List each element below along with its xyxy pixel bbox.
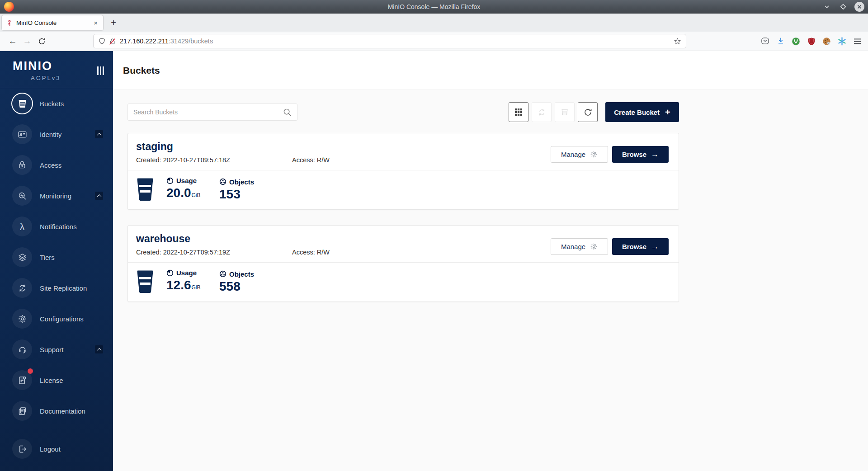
objects-icon	[219, 178, 226, 185]
objects-value: 153	[219, 188, 254, 201]
window-title: MinIO Console — Mozilla Firefox	[0, 3, 868, 10]
sidebar-item-documentation[interactable]: Documentation	[0, 396, 113, 426]
usage-metric: Usage 20.0GiB	[166, 177, 207, 202]
sidebar-item-tiers[interactable]: Tiers	[0, 242, 113, 273]
sidebar-item-buckets[interactable]: Buckets	[0, 88, 113, 119]
browser-tab-minio-console[interactable]: MinIO Console ×	[2, 15, 103, 30]
cookie-icon[interactable]	[822, 37, 831, 46]
search-buckets-box[interactable]	[127, 104, 297, 121]
manage-button[interactable]: Manage	[551, 146, 608, 163]
list-view-toggle-button[interactable]	[509, 102, 528, 122]
sidebar-item-label: License	[40, 377, 63, 384]
url-path: :31429/buckets	[169, 38, 213, 45]
ublock-shield-icon[interactable]	[807, 37, 816, 46]
sidebar-item-configurations[interactable]: Configurations	[0, 303, 113, 334]
replication-arrows-icon	[12, 278, 32, 298]
sidebar-item-label: Notifications	[40, 223, 77, 231]
buckets-icon	[12, 94, 32, 113]
sidebar-item-site-replication[interactable]: Site Replication	[0, 273, 113, 303]
url-host: 217.160.222.211	[120, 38, 169, 45]
sidebar-item-monitoring[interactable]: Monitoring	[0, 180, 113, 211]
minio-logo: MINIO	[13, 59, 52, 73]
usage-value: 12.6GiB	[166, 278, 207, 294]
usage-pie-icon	[166, 269, 174, 277]
browser-navbar: ← → 217.160.222.211:31429/buckets	[0, 32, 868, 51]
tracking-shield-icon[interactable]	[98, 38, 106, 45]
identity-card-icon	[12, 124, 32, 144]
logout-icon	[12, 439, 32, 459]
sidebar-item-identity[interactable]: Identity	[0, 119, 113, 150]
gear-icon	[590, 151, 598, 158]
lambda-icon: λ	[12, 217, 32, 236]
bucket-card-warehouse[interactable]: warehouse Created: 2022-10-27T09:57:19Z …	[127, 225, 679, 302]
tab-title: MinIO Console	[16, 19, 92, 26]
sidebar-item-support[interactable]: Support	[0, 334, 113, 365]
chevron-up-icon[interactable]	[95, 130, 103, 138]
maximize-button[interactable]	[838, 2, 848, 12]
back-button[interactable]: ←	[5, 34, 20, 48]
sidebar-item-license[interactable]: License	[0, 365, 113, 396]
download-icon[interactable]	[776, 37, 785, 46]
bucket-access: Access: R/W	[292, 156, 330, 164]
license-edition-label: AGPLv3	[31, 75, 61, 81]
arrow-right-icon: →	[651, 242, 659, 251]
grid-view-icon	[514, 108, 523, 116]
bucket-created: Created: 2022-10-27T09:57:18Z	[136, 156, 292, 164]
sidebar-collapse-icon[interactable]	[97, 66, 104, 75]
sidebar-item-label: Site Replication	[40, 284, 87, 292]
url-text[interactable]: 217.160.222.211:31429/buckets	[120, 38, 213, 45]
reload-button[interactable]	[34, 34, 49, 48]
sidebar-item-label: Buckets	[40, 100, 64, 108]
tab-close-icon[interactable]: ×	[92, 19, 99, 27]
sidebar-nav: Buckets Identity Access Monitoring	[0, 88, 113, 464]
bucket-card-staging[interactable]: staging Created: 2022-10-27T09:57:18Z Ac…	[127, 133, 679, 210]
page-title: Buckets	[123, 65, 160, 76]
objects-metric: Objects 153	[219, 178, 254, 201]
browser-tabbar: MinIO Console × +	[0, 14, 868, 32]
window-titlebar: MinIO Console — Mozilla Firefox	[0, 0, 868, 14]
search-input[interactable]	[133, 108, 283, 116]
sidebar-item-label: Access	[40, 161, 61, 169]
bookmark-star-icon[interactable]	[674, 38, 681, 45]
plus-icon: +	[665, 107, 670, 118]
page-header: Buckets	[113, 51, 868, 90]
sidebar-item-access[interactable]: Access	[0, 150, 113, 180]
refresh-icon	[584, 108, 592, 117]
firefox-logo-icon	[4, 2, 14, 12]
minimize-button[interactable]	[822, 2, 832, 12]
close-button[interactable]	[854, 2, 864, 12]
documentation-icon	[12, 401, 32, 421]
sidebar-item-logout[interactable]: Logout	[0, 433, 113, 464]
forward-button[interactable]: →	[20, 34, 34, 48]
bucket-icon	[136, 178, 154, 201]
new-tab-button[interactable]: +	[107, 16, 120, 29]
sidebar-item-notifications[interactable]: λ Notifications	[0, 211, 113, 242]
refresh-button[interactable]	[578, 102, 598, 122]
insecure-lock-icon[interactable]	[108, 38, 116, 45]
url-bar[interactable]: 217.160.222.211:31429/buckets	[93, 34, 686, 48]
browse-button[interactable]: Browse→	[612, 238, 669, 255]
usage-value: 20.0GiB	[166, 186, 207, 202]
bucket-name[interactable]: staging	[136, 141, 551, 152]
chevron-up-icon[interactable]	[95, 192, 103, 200]
pocket-icon[interactable]	[761, 37, 769, 46]
create-bucket-button[interactable]: Create Bucket+	[605, 102, 679, 122]
extension-asterisk-icon[interactable]	[838, 37, 846, 46]
set-replication-button[interactable]	[532, 102, 552, 122]
chevron-up-icon[interactable]	[95, 345, 103, 353]
manage-button[interactable]: Manage	[551, 238, 608, 255]
extension-green-icon[interactable]	[792, 37, 800, 46]
browse-button[interactable]: Browse→	[612, 146, 669, 163]
search-icon	[283, 108, 292, 117]
menu-hamburger-icon[interactable]	[853, 37, 862, 46]
usage-metric: Usage 12.6GiB	[166, 269, 207, 294]
monitoring-search-icon	[12, 186, 32, 206]
bucket-name[interactable]: warehouse	[136, 233, 551, 245]
objects-metric: Objects 558	[219, 270, 254, 293]
delete-buckets-button[interactable]	[555, 102, 575, 122]
layers-icon	[12, 247, 32, 267]
content-area: Create Bucket+ staging Created: 2022-10-…	[113, 90, 868, 471]
arrow-right-icon: →	[651, 150, 659, 159]
delete-bucket-icon	[561, 108, 569, 116]
sidebar-item-label: Logout	[40, 445, 61, 453]
